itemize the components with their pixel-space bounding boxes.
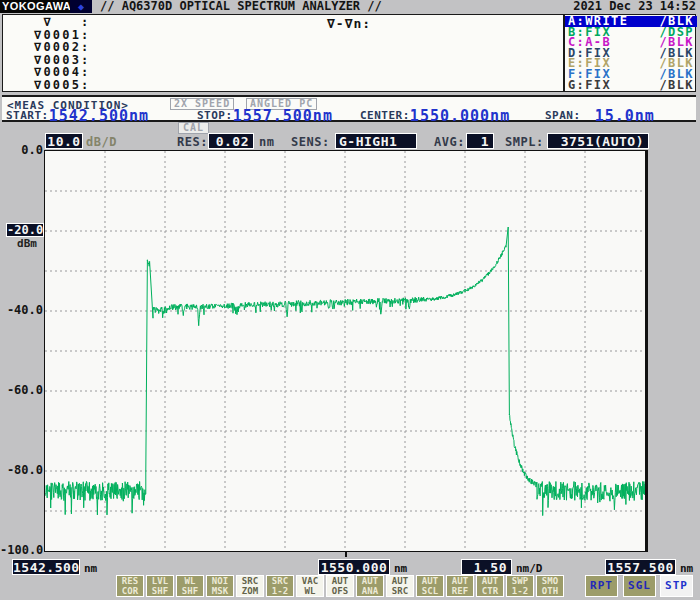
- avg-value: 1: [466, 133, 494, 149]
- trace-mode: /BLK: [660, 80, 695, 91]
- res-label: RES:: [177, 135, 208, 149]
- trace-row-g[interactable]: G:FIX/BLK: [565, 80, 697, 91]
- softkey-aut-scl[interactable]: AUTSCL: [416, 575, 444, 597]
- softkey-label-bottom: MSK: [207, 587, 233, 597]
- softkey-label-bottom: CTR: [477, 587, 503, 597]
- softkey-label-bottom: OFS: [327, 587, 353, 597]
- meas-condition-panel: <MEAS CONDITION> 2X SPEEDANGLED PC START…: [2, 95, 696, 122]
- diamond-icon: ◆: [70, 0, 92, 13]
- softkey-label-bottom: WL: [297, 587, 323, 597]
- softkey-label-bottom: COR: [117, 587, 143, 597]
- softkey-wl-shf[interactable]: WLSHF: [176, 575, 204, 597]
- cal-flag: CAL: [178, 122, 209, 134]
- softkey-label-bottom: 1-2: [507, 587, 533, 597]
- softkey-src-1-2[interactable]: SRC1-2: [266, 575, 294, 597]
- meas-field-span: SPAN:15.0nm: [545, 106, 655, 125]
- softkey-label-bottom: SHF: [177, 587, 203, 597]
- res-unit: nm: [259, 135, 274, 149]
- softkey-label-bottom: OTH: [537, 587, 563, 597]
- y-label--100: -100.0: [0, 544, 43, 556]
- y-label--40: -40.0: [0, 304, 43, 316]
- softkey-swp-1-2[interactable]: SWP1-2: [506, 575, 534, 597]
- meas-field-stop: STOP:1557.500nm: [197, 106, 333, 125]
- softkey-aut-ana[interactable]: AUTANA: [356, 575, 384, 597]
- marker-row-0: ∇ :: [34, 16, 91, 29]
- meas-field-start: START:1542.500nm: [6, 106, 149, 125]
- trace-status-list: A:WRITE/BLKB:FIX/DSPC:A-B/BLKD:FIX/BLKE:…: [563, 15, 697, 92]
- field-value: 15.0nm: [595, 107, 655, 125]
- spectrum-plot: [45, 151, 645, 551]
- softkey-lvl-shf[interactable]: LVLSHF: [146, 575, 174, 597]
- softkey-noi-msk[interactable]: NOIMSK: [206, 575, 234, 597]
- marker-trace-panel: ∇ :∇0001:∇0002:∇0003:∇0004:∇0005: ∇-∇n: …: [2, 14, 696, 92]
- x-scale-unit: nm/D: [516, 562, 543, 575]
- sweep-key-rpt[interactable]: RPT: [585, 575, 618, 597]
- yokogawa-logo: YOKOGAWA ◆: [0, 0, 92, 13]
- field-value: 1542.500nm: [49, 107, 149, 125]
- avg-label: AVG:: [434, 135, 465, 149]
- y-label--80: -80.0: [0, 464, 43, 476]
- softkey-label-bottom: SHF: [147, 587, 173, 597]
- y-label--60: -60.0: [0, 384, 43, 396]
- field-label: CENTER:: [360, 109, 410, 122]
- softkey-label-bottom: ZOM: [237, 587, 263, 597]
- spectrum-plot-area: [44, 150, 648, 552]
- field-value: 1557.500nm: [233, 107, 333, 125]
- x-start-value: 1542.500: [12, 559, 80, 575]
- center-wavelength-tick: [345, 552, 347, 557]
- softkey-label-bottom: 1-2: [267, 587, 293, 597]
- softkey-smo-oth[interactable]: SMOOTH: [536, 575, 564, 597]
- field-label: SPAN:: [545, 109, 581, 122]
- softkey-src-zom[interactable]: SRCZOM: [236, 575, 264, 597]
- x-center-value: 1550.000: [318, 559, 390, 575]
- field-value: 1550.000nm: [410, 107, 510, 125]
- field-label: STOP:: [197, 109, 233, 122]
- marker-list: ∇ :∇0001:∇0002:∇0003:∇0004:∇0005:: [34, 16, 91, 92]
- trace-label: G:FIX: [568, 80, 611, 91]
- x-stop-unit: nm: [680, 562, 693, 575]
- x-center-unit: nm: [394, 562, 407, 575]
- y-axis-unit: dBm: [11, 237, 43, 250]
- x-stop-value: 1557.500: [605, 559, 676, 575]
- softkey-label-bottom: REF: [447, 587, 473, 597]
- softkey-label-bottom: SRC: [387, 587, 413, 597]
- y-label-0: 0.0: [0, 144, 43, 156]
- res-value: 0.02: [208, 133, 254, 149]
- page-title: // AQ6370D OPTICAL SPECTRUM ANALYZER //: [100, 0, 382, 13]
- osa-screen: YOKOGAWA ◆ // AQ6370D OPTICAL SPECTRUM A…: [0, 0, 700, 600]
- marker-row-2: ∇0002:: [34, 41, 91, 54]
- level-scale-unit: dB/D: [86, 135, 117, 149]
- smpl-value: 3751(AUTO): [547, 133, 649, 149]
- smpl-label: SMPL:: [505, 135, 544, 149]
- marker-delta-label: ∇-∇n:: [327, 16, 371, 31]
- brand-text: YOKOGAWA: [2, 0, 71, 13]
- sens-value: G-HIGH1: [335, 133, 417, 149]
- softkey-aut-src[interactable]: AUTSRC: [386, 575, 414, 597]
- level-scale-value: 10.0: [45, 133, 83, 149]
- field-label: START:: [6, 109, 49, 122]
- softkey-aut-ofs[interactable]: AUTOFS: [326, 575, 354, 597]
- softkey-aut-ref[interactable]: AUTREF: [446, 575, 474, 597]
- x-start-unit: nm: [84, 562, 97, 575]
- meas-field-center: CENTER:1550.000nm: [360, 106, 510, 125]
- x-scale-value: 1.50: [461, 559, 512, 575]
- ref-level-value: -20.0: [6, 223, 44, 237]
- softkey-aut-ctr[interactable]: AUTCTR: [476, 575, 504, 597]
- datetime: 2021 Dec 23 14:52: [573, 0, 696, 13]
- softkey-label-bottom: ANA: [357, 587, 383, 597]
- sweep-key-sgl[interactable]: SGL: [623, 575, 656, 597]
- softkey-res-cor[interactable]: RESCOR: [116, 575, 144, 597]
- marker-row-5: ∇0005:: [34, 79, 91, 92]
- sweep-key-stp[interactable]: STP: [660, 575, 693, 597]
- softkey-vac-wl[interactable]: VACWL: [296, 575, 324, 597]
- title-bar: YOKOGAWA ◆ // AQ6370D OPTICAL SPECTRUM A…: [0, 0, 700, 13]
- sens-label: SENS:: [291, 135, 330, 149]
- softkey-label-bottom: SCL: [417, 587, 443, 597]
